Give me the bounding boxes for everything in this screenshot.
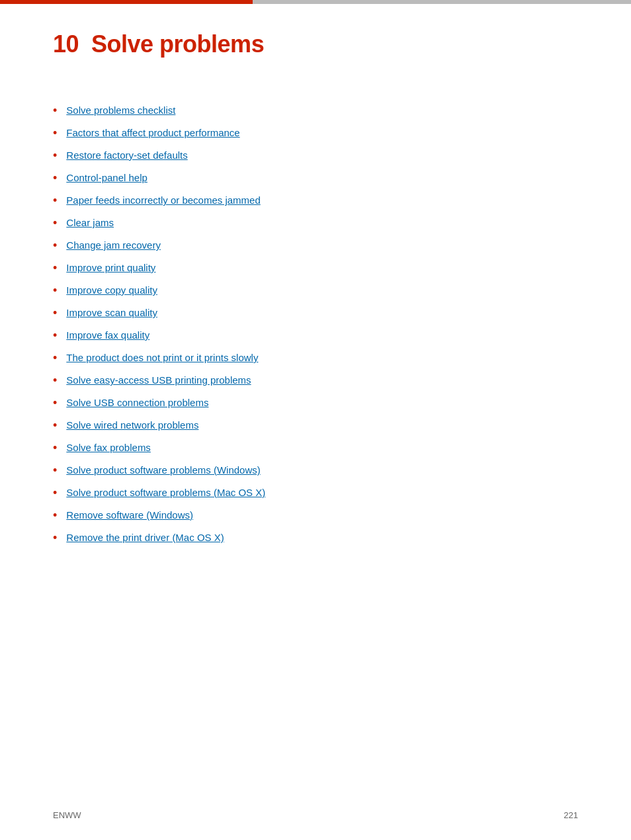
list-item: •Remove software (Windows) [53, 509, 578, 523]
bullet-icon: • [53, 509, 57, 523]
page-footer: ENWW 221 [53, 810, 578, 820]
list-item: •Improve copy quality [53, 284, 578, 298]
list-item: •Improve scan quality [53, 307, 578, 320]
toc-link-product-not-print[interactable]: The product does not print or it prints … [66, 352, 258, 363]
chapter-title: 10 Solve problems [53, 30, 578, 58]
list-item: •Solve product software problems (Mac OS… [53, 487, 578, 500]
toc-link-improve-print-quality[interactable]: Improve print quality [66, 262, 155, 273]
toc-link-solve-usb-connection[interactable]: Solve USB connection problems [66, 397, 208, 408]
toc-link-solve-usb-printing[interactable]: Solve easy-access USB printing problems [66, 374, 251, 386]
bullet-icon: • [53, 239, 57, 253]
list-item: •Improve print quality [53, 262, 578, 275]
toc-link-solve-problems-checklist[interactable]: Solve problems checklist [66, 105, 175, 116]
toc-link-solve-wired-network[interactable]: Solve wired network problems [66, 419, 198, 431]
bullet-icon: • [53, 419, 57, 433]
toc-link-solve-fax-problems[interactable]: Solve fax problems [66, 442, 151, 453]
list-item: •Improve fax quality [53, 329, 578, 343]
bullet-icon: • [53, 194, 57, 208]
bullet-icon: • [53, 149, 57, 163]
footer-left: ENWW [53, 810, 81, 820]
toc-link-solve-software-mac[interactable]: Solve product software problems (Mac OS … [66, 487, 265, 498]
bullet-icon: • [53, 306, 57, 320]
toc-link-change-jam-recovery[interactable]: Change jam recovery [66, 239, 161, 251]
chapter-title-text: Solve problems [91, 30, 264, 58]
toc-link-improve-scan-quality[interactable]: Improve scan quality [66, 307, 157, 318]
toc-link-factors-performance[interactable]: Factors that affect product performance [66, 127, 239, 138]
toc-link-control-panel-help[interactable]: Control-panel help [66, 172, 147, 183]
toc-link-paper-feeds[interactable]: Paper feeds incorrectly or becomes jamme… [66, 194, 260, 206]
list-item: •Factors that affect product performance [53, 127, 578, 140]
bullet-icon: • [53, 284, 57, 298]
bullet-icon: • [53, 104, 57, 118]
toc-link-remove-software-windows[interactable]: Remove software (Windows) [66, 509, 193, 521]
list-item: •Solve fax problems [53, 442, 578, 455]
chapter-number: 10 [53, 30, 79, 58]
bullet-icon: • [53, 441, 57, 455]
list-item: •Paper feeds incorrectly or becomes jamm… [53, 194, 578, 208]
list-item: •Solve problems checklist [53, 105, 578, 118]
toc-link-remove-driver-mac[interactable]: Remove the print driver (Mac OS X) [66, 532, 224, 543]
list-item: •Restore factory-set defaults [53, 149, 578, 163]
toc-link-clear-jams[interactable]: Clear jams [66, 217, 114, 228]
bullet-icon: • [53, 464, 57, 478]
list-item: •The product does not print or it prints… [53, 352, 578, 365]
list-item: •Control-panel help [53, 172, 578, 185]
list-item: •Change jam recovery [53, 239, 578, 253]
list-item: •Solve product software problems (Window… [53, 464, 578, 478]
bullet-icon: • [53, 351, 57, 365]
bullet-icon: • [53, 171, 57, 185]
list-item: •Clear jams [53, 217, 578, 230]
toc-link-improve-copy-quality[interactable]: Improve copy quality [66, 284, 157, 296]
bullet-icon: • [53, 329, 57, 343]
bullet-icon: • [53, 486, 57, 500]
toc-link-solve-software-windows[interactable]: Solve product software problems (Windows… [66, 464, 260, 476]
list-item: •Solve easy-access USB printing problems [53, 374, 578, 388]
list-item: •Solve wired network problems [53, 419, 578, 433]
bullet-icon: • [53, 261, 57, 275]
toc-link-restore-defaults[interactable]: Restore factory-set defaults [66, 149, 187, 161]
chapter-header: 10 Solve problems [53, 30, 578, 65]
list-item: •Remove the print driver (Mac OS X) [53, 532, 578, 545]
bullet-icon: • [53, 126, 57, 140]
list-item: •Solve USB connection problems [53, 397, 578, 410]
toc-list: •Solve problems checklist•Factors that a… [53, 105, 578, 545]
footer-right: 221 [564, 810, 578, 820]
bullet-icon: • [53, 531, 57, 545]
toc-link-improve-fax-quality[interactable]: Improve fax quality [66, 329, 149, 341]
bullet-icon: • [53, 396, 57, 410]
bullet-icon: • [53, 216, 57, 230]
bullet-icon: • [53, 374, 57, 388]
